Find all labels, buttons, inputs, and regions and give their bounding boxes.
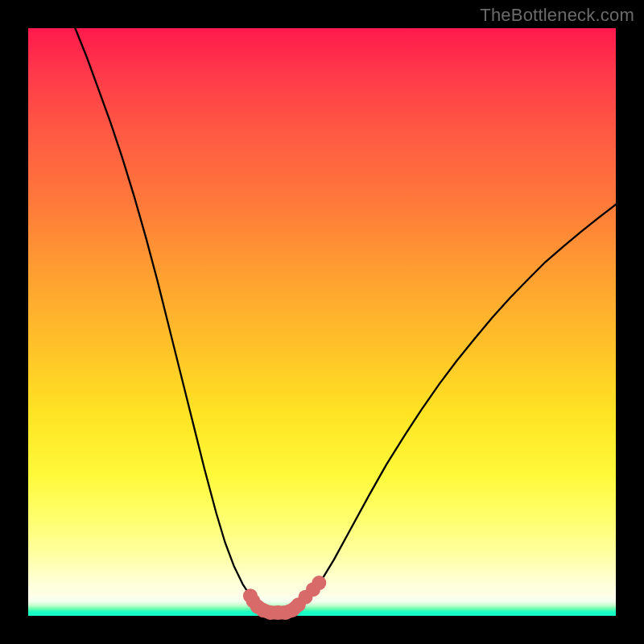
bottleneck-curve bbox=[75, 28, 616, 613]
chart-svg bbox=[28, 28, 616, 616]
chart-frame: TheBottleneck.com bbox=[0, 0, 644, 644]
plot-area bbox=[28, 28, 616, 616]
watermark-text: TheBottleneck.com bbox=[480, 5, 634, 26]
flat-region-dot bbox=[312, 576, 326, 590]
